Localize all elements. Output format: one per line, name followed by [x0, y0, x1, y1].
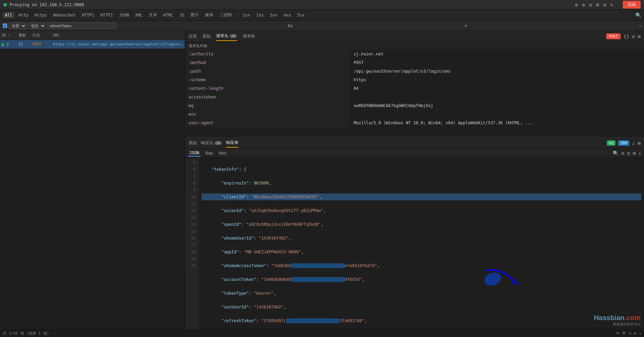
toolbar: 全部 包含 Aa ⊙ −	[0, 21, 644, 31]
header-row-env: env	[185, 110, 644, 119]
download-icon[interactable]: ↓	[632, 140, 635, 146]
clear-icon[interactable]: ⊟	[603, 2, 606, 8]
download2-icon[interactable]: ↓	[638, 150, 641, 156]
edit-icon[interactable]: ✎	[610, 2, 613, 8]
filter-tab-3xx[interactable]: 3xx	[268, 12, 280, 18]
search-response-icon[interactable]: 🔍	[613, 150, 619, 156]
protocol-badge: h2	[607, 140, 615, 146]
request-tabs-bar: 总览 原始 请求头26 请求体 POST {} ⊡ ⊞	[185, 31, 644, 42]
tab-resp-headers[interactable]: 响应头14	[201, 139, 222, 147]
copy-icon[interactable]: ⊡	[632, 34, 635, 39]
tab-request-body[interactable]: 请求体	[243, 32, 255, 41]
filter-tab-4xx[interactable]: 4xx	[281, 12, 293, 18]
header-row-content-length: content-length 84	[185, 84, 644, 93]
filter-tab-json[interactable]: JSON	[117, 12, 131, 18]
settings-icon[interactable]: ⚙	[575, 2, 578, 8]
ln-5: 5	[185, 159, 198, 166]
statusbar: 共 1/46 项 (选择 1 项) 中 甲 ⊡ ⊞ ↓	[0, 329, 644, 337]
right-pane: 总览 原始 请求头26 请求体 POST {} ⊡ ⊞ 请求头列表 :autho…	[185, 31, 644, 329]
json-line-14: "tokenType": "bearer",	[202, 290, 641, 297]
filter-tab-xml[interactable]: XML	[133, 12, 145, 18]
header-key: :method	[185, 59, 350, 67]
json-line-10: "uhomeUserId": "1430107402",	[202, 235, 641, 242]
headers-table: :authority zj.haier.net :method POST :pa…	[185, 50, 644, 137]
format-icon[interactable]: {}	[623, 34, 629, 39]
ln-13: 13	[185, 214, 198, 221]
export-icon[interactable]: ↓	[639, 331, 641, 336]
tab-resp-raw[interactable]: 原始	[189, 139, 197, 147]
json-line-11: "appId": "MB-SHEZJAPPWXXCX-0000",	[202, 249, 641, 255]
request-list-pane: ID ↑ 图标 方法 URL ● 7 {} POST https://zj.ha…	[0, 31, 185, 329]
ime-icon[interactable]: 中	[616, 331, 620, 336]
header-val: https	[350, 76, 644, 84]
ln-16: 16	[185, 235, 198, 242]
filter-tab-https[interactable]: Https	[33, 12, 49, 18]
zoom-icon[interactable]: ⊡	[629, 331, 631, 336]
headers-section-label: 请求头列表	[185, 42, 644, 50]
tab-raw[interactable]: 原始	[202, 32, 211, 41]
filter-tabs-bar: All Http Https Websocket HTTP1 HTTP2 JSO…	[0, 10, 644, 21]
filter-tab-html[interactable]: HTML	[161, 12, 175, 18]
copy2-icon[interactable]: ⊡	[627, 150, 630, 156]
format-tab-hex[interactable]: Hex	[218, 150, 228, 156]
scope-select[interactable]: 全部	[9, 23, 26, 29]
match-select[interactable]: 包含	[28, 23, 46, 29]
header-val	[350, 110, 644, 118]
filter-tab-text[interactable]: 文本	[147, 11, 159, 19]
request-id: ● 7	[1, 42, 19, 47]
filter-tab-img[interactable]: 图片	[189, 11, 201, 19]
ln-10: 10	[185, 193, 198, 200]
filter-tab-http1[interactable]: HTTP1	[80, 12, 96, 18]
header-row-path: :path /api-gw/oauthserver/applet/v3/logi…	[185, 67, 644, 76]
expand3-icon[interactable]: ⊞	[633, 150, 635, 156]
filter-tab-js[interactable]: JS	[178, 12, 186, 18]
list-icon[interactable]: ≡	[621, 150, 624, 156]
header-val: POST	[350, 59, 644, 67]
header-row-mg: mg uwRDdfW80AmWCAE7kgGWhC6bpf9mj5oj	[185, 102, 644, 110]
filter-tab-media[interactable]: 媒体	[203, 11, 215, 19]
filter-tab-http2[interactable]: HTTP2	[98, 12, 115, 18]
filter-tab-http[interactable]: Http	[17, 12, 31, 18]
request-url: https://zj.haier.net/api-gw/oauthserver/…	[53, 42, 183, 46]
expand2-icon[interactable]: ⊞	[638, 140, 641, 146]
filter-tab-all[interactable]: All	[3, 12, 14, 18]
col-method-header: 方法	[32, 33, 53, 38]
expand-icon[interactable]: ⊞	[638, 34, 641, 39]
filter-tab-1xx[interactable]: 1xx	[240, 12, 252, 18]
resp-header-count: 14	[214, 141, 222, 145]
filter-icon[interactable]: ⊡	[589, 2, 592, 8]
minus-icon[interactable]: −	[639, 23, 641, 28]
json-line-6: "expiresIn": 863999,	[202, 180, 641, 187]
statusbar-right: 中 甲 ⊡ ⊞ ↓	[616, 331, 641, 336]
pause-icon[interactable]: ⊞	[596, 2, 599, 8]
filter-input[interactable]	[47, 23, 116, 29]
json-content: "tokenInfo": { "expiresIn": 863999, "cli…	[199, 158, 644, 329]
layout-icon[interactable]: ⊞	[634, 331, 636, 336]
ln-7: 7	[185, 173, 198, 180]
filter-tab-binary[interactable]: 二进制	[217, 11, 234, 19]
filter-tab-5xx[interactable]: 5xx	[295, 12, 307, 18]
tab-resp-body[interactable]: 响应体	[226, 138, 238, 148]
font-size-icon[interactable]: Aa	[288, 23, 292, 28]
format-tab-raw[interactable]: Raw	[204, 150, 214, 156]
settings-icon2[interactable]: ⊙	[464, 23, 467, 28]
tab-request-headers[interactable]: 请求头26	[216, 32, 237, 41]
search-icon[interactable]: 🔍	[635, 12, 641, 18]
header-key: :authority	[185, 50, 350, 58]
start-button[interactable]: 启动	[623, 1, 641, 9]
ime2-icon[interactable]: 甲	[622, 331, 626, 336]
all-checkbox[interactable]	[3, 23, 7, 28]
response-section: 原始 响应头14 响应体 h2 200 ↓ ⊞ JSON Raw Hex 🔍 ≡…	[185, 138, 644, 329]
col-id-header[interactable]: ID ↑	[1, 33, 19, 38]
filter-tab-websocket[interactable]: Websocket	[51, 12, 78, 18]
json-line-9: "openId": "o9C0x5RQajdxxjE8mf0d0FTq5kd8"…	[202, 221, 641, 228]
record-icon[interactable]: ⊕	[582, 2, 585, 8]
filter-tab-2xx[interactable]: 2xx	[254, 12, 266, 18]
tab-overview[interactable]: 总览	[189, 32, 197, 41]
ln-11: 11	[185, 200, 198, 207]
json-line-8: "unionId": "oXJSq6Y8o6esghOt27f-yDZuPR9w…	[202, 207, 641, 214]
request-method: POST	[32, 42, 53, 46]
header-val	[350, 93, 644, 101]
request-row[interactable]: ● 7 {} POST https://zj.haier.net/api-gw/…	[0, 40, 185, 49]
format-tab-json[interactable]: JSON	[188, 150, 201, 157]
